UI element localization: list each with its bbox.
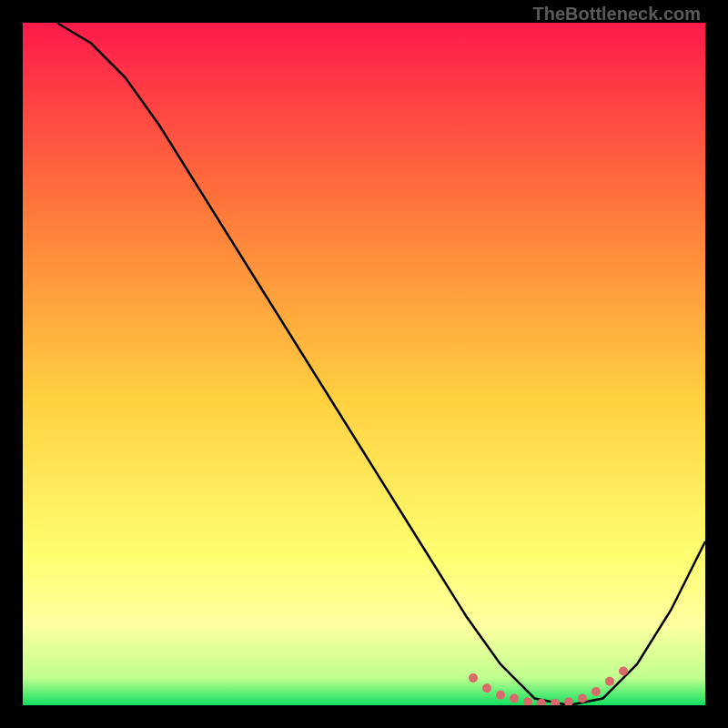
svg-point-5: [523, 697, 532, 705]
svg-point-12: [619, 667, 628, 676]
svg-point-11: [605, 677, 614, 686]
svg-point-6: [537, 699, 546, 705]
svg-point-3: [496, 691, 505, 700]
svg-point-8: [564, 697, 573, 705]
svg-point-7: [551, 699, 560, 705]
svg-point-10: [592, 687, 601, 696]
optimal-range-dots: [23, 23, 705, 705]
svg-point-4: [510, 694, 519, 703]
watermark-text: TheBottleneck.com: [533, 4, 701, 25]
svg-point-1: [469, 673, 478, 682]
svg-point-2: [482, 683, 491, 693]
svg-point-9: [578, 694, 587, 703]
chart-frame: [23, 23, 705, 705]
